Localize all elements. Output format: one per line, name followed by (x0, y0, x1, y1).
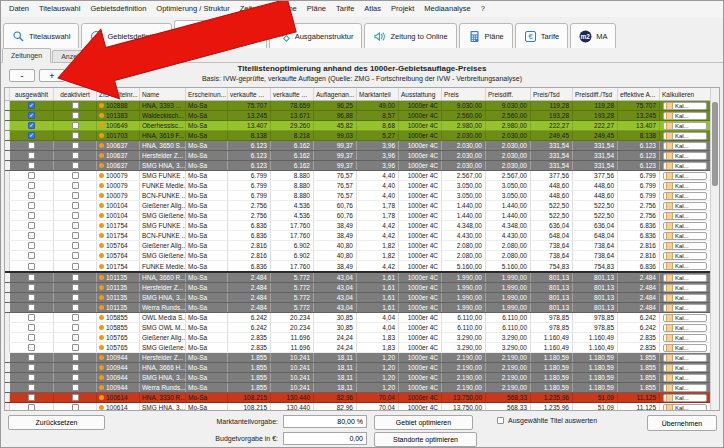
ausgewaehlt-checkbox[interactable]: ✓ (28, 132, 35, 139)
kalkulieren-button[interactable]: Kal... (663, 142, 707, 150)
menu-item-mediaanalyse[interactable]: Mediaanalyse (419, 2, 475, 15)
tab-tap-optimierung[interactable]: TAP-Optimierung (174, 20, 266, 49)
ausgewaehlt-checkbox[interactable] (28, 222, 35, 229)
kalkulieren-button[interactable]: Kal... (663, 232, 707, 240)
ausgewaehlt-checkbox[interactable] (28, 374, 35, 381)
table-row[interactable]: 105855SMG OWL M...Mo-Sa6.24220.23430,854… (5, 323, 711, 333)
table-row[interactable]: 100079BCN-FUNKE ...Mo-Sa6.7998.88076,574… (5, 191, 711, 201)
deaktiviert-checkbox[interactable] (72, 152, 79, 159)
table-row[interactable]: 100637Hersfelder Z...Mo-Sa6.1236.16299,3… (5, 151, 711, 161)
menu-item--[interactable]: ? (476, 2, 490, 15)
kalkulieren-button[interactable]: Kal... (663, 242, 707, 250)
ausgewaehlt-checkbox[interactable] (28, 142, 35, 149)
kalkulieren-button[interactable]: Kal... (663, 132, 707, 140)
ausgewaehlt-checkbox[interactable] (28, 334, 35, 341)
deaktiviert-checkbox[interactable] (72, 274, 79, 281)
deaktiviert-checkbox[interactable] (72, 354, 79, 361)
reset-button[interactable]: Zurücksetzen (8, 415, 105, 430)
menu-item-tarife[interactable]: Tarife (331, 2, 359, 15)
ausgewaehlt-checkbox[interactable] (28, 152, 35, 159)
ausgewaehlt-checkbox[interactable] (28, 212, 35, 219)
tab-titelauswahl[interactable]: Titelauswahl (3, 23, 79, 49)
market-share-input[interactable] (283, 415, 367, 428)
kalkulieren-button[interactable]: Kal... (663, 202, 707, 210)
ausgewaehlt-checkbox[interactable] (28, 202, 35, 209)
kalkulieren-button[interactable]: Kal... (663, 334, 707, 342)
ausgewaehlt-checkbox[interactable] (28, 354, 35, 361)
ausgewaehlt-checkbox[interactable] (28, 304, 35, 311)
table-row[interactable]: 105765SMG Gießene...Mo-Sa2.83511.69624,2… (5, 343, 711, 353)
menu-item-titelauswahl[interactable]: Titelauswahl (34, 2, 85, 15)
optimize-area-button[interactable]: Gebiet optimieren (374, 415, 473, 430)
table-row[interactable]: 100079SMG FUNKE ...Mo-Sa6.7998.88076,574… (5, 171, 711, 181)
ausgewaehlt-checkbox[interactable] (28, 294, 35, 301)
table-row[interactable]: 101135Werra Runds...Mo-Sa2.4845.77243,04… (5, 303, 711, 313)
ausgewaehlt-checkbox[interactable] (28, 384, 35, 391)
table-row[interactable]: 100614HNA, 3330 R...Mo-Sa108.215130.4408… (5, 393, 711, 403)
menu-item-daten[interactable]: Daten (4, 2, 34, 15)
deaktiviert-checkbox[interactable] (72, 364, 79, 371)
ausgewaehlt-checkbox[interactable] (28, 242, 35, 249)
optimize-sites-button[interactable]: Standorte optimieren (374, 432, 477, 447)
table-row[interactable]: 101754FUNKE Medie...Mo-Sa6.83617.76038,4… (5, 261, 711, 273)
kalkulieren-button[interactable]: Kal... (663, 192, 707, 200)
tab-plaene[interactable]: Pläne (459, 23, 513, 49)
zoom-in-button[interactable]: + (39, 69, 65, 82)
kalkulieren-button[interactable]: Kal... (663, 112, 707, 120)
deaktiviert-checkbox[interactable] (72, 284, 79, 291)
tab-ma[interactable]: m2MA (570, 23, 616, 49)
ausgewaehlt-checkbox[interactable]: ✓ (28, 122, 35, 129)
deaktiviert-checkbox[interactable] (72, 192, 79, 199)
kalkulieren-button[interactable]: Kal... (663, 354, 707, 362)
kalkulieren-button[interactable]: Kal... (663, 102, 707, 110)
kalkulieren-button[interactable]: Kal... (663, 294, 707, 302)
table-row[interactable]: 105764SMG Gießene...Mo-Sa2.8166.90240,80… (5, 251, 711, 261)
deaktiviert-checkbox[interactable] (72, 132, 79, 139)
deaktiviert-checkbox[interactable] (72, 172, 79, 179)
table-row[interactable]: 105765Gießener Allg...Mo-Sa2.83511.69624… (5, 333, 711, 343)
kalkulieren-button[interactable]: Kal... (663, 404, 707, 411)
deaktiviert-checkbox[interactable] (72, 384, 79, 391)
ausgewaehlt-checkbox[interactable]: ✓ (28, 112, 35, 119)
kalkulieren-button[interactable]: Kal... (663, 172, 707, 180)
deaktiviert-checkbox[interactable] (72, 142, 79, 149)
kalkulieren-button[interactable]: Kal... (663, 222, 707, 230)
ausgewaehlt-checkbox[interactable] (28, 252, 35, 259)
deaktiviert-checkbox[interactable] (72, 202, 79, 209)
kalkulieren-button[interactable]: Kal... (663, 252, 707, 260)
kalkulieren-button[interactable]: Kal... (663, 304, 707, 312)
kalkulieren-button[interactable]: Kal... (663, 384, 707, 392)
ausgewaehlt-checkbox[interactable] (28, 232, 35, 239)
deaktiviert-checkbox[interactable] (72, 242, 79, 249)
menu-item-pläne[interactable]: Pläne (302, 2, 331, 15)
ausgewaehlt-checkbox[interactable] (28, 263, 35, 270)
table-row[interactable]: 100944Hersfelder Z...Mo-Sa1.85510.24118,… (5, 353, 711, 363)
deaktiviert-checkbox[interactable] (72, 324, 79, 331)
kalkulieren-button[interactable]: Kal... (663, 284, 707, 292)
deaktiviert-checkbox[interactable] (72, 374, 79, 381)
ausgewaehlt-checkbox[interactable] (28, 344, 35, 351)
kalkulieren-button[interactable]: Kal... (663, 212, 707, 220)
table-row[interactable]: 100637HNA, 3650 S...Mo-Sa6.1236.16299,37… (5, 141, 711, 151)
deaktiviert-checkbox[interactable] (72, 212, 79, 219)
kalkulieren-button[interactable]: Kal... (663, 162, 707, 170)
table-row[interactable]: 101135SMG HNA, 3...Mo-Sa2.4845.77243,041… (5, 293, 711, 303)
kalkulieren-button[interactable]: Kal... (663, 374, 707, 382)
kalkulieren-button[interactable]: Kal... (663, 152, 707, 160)
budget-input[interactable] (283, 432, 367, 445)
table-row[interactable]: 105764Gießener Allg...Mo-Sa2.8166.90240,… (5, 241, 711, 251)
tab-tarife[interactable]: €Tarife (515, 23, 568, 49)
ausgewaehlt-checkbox[interactable] (28, 404, 35, 410)
kalkulieren-button[interactable]: Kal... (663, 122, 707, 130)
evaluate-selected-checkbox[interactable] (497, 417, 504, 424)
kalkulieren-button[interactable]: Kal... (663, 274, 707, 282)
table-row[interactable]: 101754BCN-FUNKE ...Mo-Sa6.83617.76038,49… (5, 231, 711, 241)
kalkulieren-button[interactable]: Kal... (663, 262, 707, 270)
table-row[interactable]: 101135HNA, 3660 R...Mo-Sa2.4845.77243,04… (5, 273, 711, 283)
deaktiviert-checkbox[interactable] (72, 102, 79, 109)
ausgewaehlt-checkbox[interactable] (28, 192, 35, 199)
deaktiviert-checkbox[interactable] (72, 294, 79, 301)
table-row[interactable]: 100944SMG HNA, 3...Mo-Sa1.85510.24118,11… (5, 373, 711, 383)
table-row[interactable]: ✓102888HNA, 3393 ...Mo-Sa75.70778.65996,… (5, 101, 711, 111)
table-row[interactable]: 100079FUNKE Medie...Mo-Sa6.7998.88076,57… (5, 181, 711, 191)
